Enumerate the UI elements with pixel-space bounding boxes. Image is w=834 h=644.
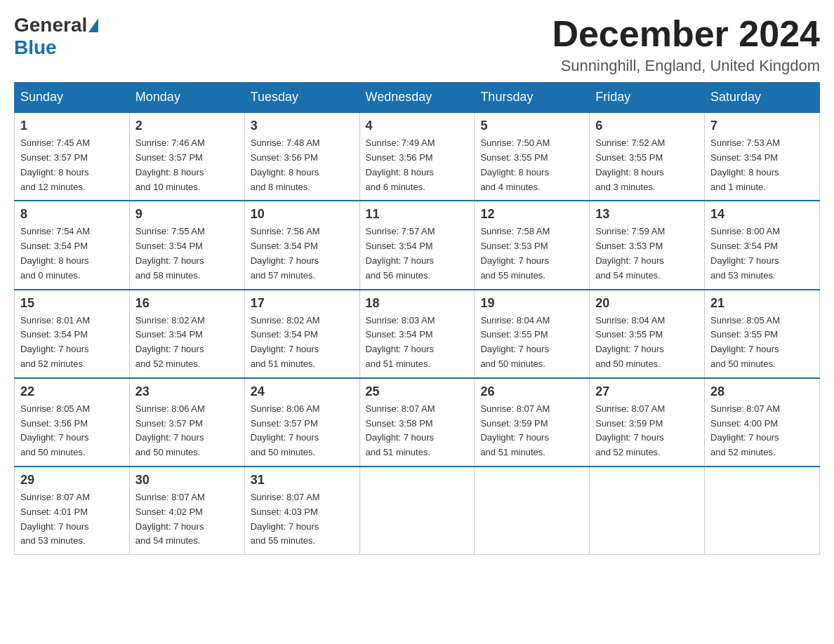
day-info: Sunrise: 8:00 AMSunset: 3:54 PMDaylight:… bbox=[710, 224, 814, 283]
day-info: Sunrise: 8:07 AMSunset: 3:59 PMDaylight:… bbox=[480, 402, 583, 460]
day-info: Sunrise: 7:53 AMSunset: 3:54 PMDaylight:… bbox=[710, 136, 814, 194]
day-info: Sunrise: 7:54 AMSunset: 3:54 PMDaylight:… bbox=[20, 224, 124, 283]
logo: General Blue bbox=[14, 14, 100, 59]
column-header-tuesday: Tuesday bbox=[244, 83, 359, 113]
calendar-week-4: 22Sunrise: 8:05 AMSunset: 3:56 PMDayligh… bbox=[15, 378, 820, 467]
day-number: 9 bbox=[135, 207, 239, 222]
title-block: December 2024 Sunninghill, England, Unit… bbox=[552, 14, 820, 75]
day-info: Sunrise: 8:05 AMSunset: 3:56 PMDaylight:… bbox=[20, 402, 124, 460]
calendar-cell: 22Sunrise: 8:05 AMSunset: 3:56 PMDayligh… bbox=[15, 378, 130, 467]
day-number: 12 bbox=[480, 207, 583, 222]
day-info: Sunrise: 8:04 AMSunset: 3:55 PMDaylight:… bbox=[595, 314, 699, 372]
day-number: 24 bbox=[251, 384, 354, 399]
column-header-wednesday: Wednesday bbox=[359, 83, 475, 113]
day-number: 14 bbox=[710, 207, 814, 222]
location: Sunninghill, England, United Kingdom bbox=[552, 57, 820, 75]
calendar-cell: 16Sunrise: 8:02 AMSunset: 3:54 PMDayligh… bbox=[129, 290, 244, 378]
day-info: Sunrise: 7:58 AMSunset: 3:53 PMDaylight:… bbox=[480, 224, 583, 283]
day-info: Sunrise: 8:03 AMSunset: 3:54 PMDaylight:… bbox=[366, 314, 469, 372]
day-info: Sunrise: 8:07 AMSunset: 3:58 PMDaylight:… bbox=[366, 402, 469, 460]
column-header-monday: Monday bbox=[129, 83, 244, 113]
day-info: Sunrise: 7:55 AMSunset: 3:54 PMDaylight:… bbox=[135, 224, 239, 283]
day-info: Sunrise: 8:07 AMSunset: 4:00 PMDaylight:… bbox=[710, 402, 814, 460]
day-info: Sunrise: 7:52 AMSunset: 3:55 PMDaylight:… bbox=[595, 136, 699, 194]
day-info: Sunrise: 8:02 AMSunset: 3:54 PMDaylight:… bbox=[135, 314, 239, 372]
day-number: 26 bbox=[480, 384, 583, 399]
day-info: Sunrise: 8:01 AMSunset: 3:54 PMDaylight:… bbox=[20, 314, 124, 372]
calendar-week-5: 29Sunrise: 8:07 AMSunset: 4:01 PMDayligh… bbox=[15, 467, 820, 555]
calendar-cell: 12Sunrise: 7:58 AMSunset: 3:53 PMDayligh… bbox=[475, 201, 590, 289]
day-info: Sunrise: 7:46 AMSunset: 3:57 PMDaylight:… bbox=[135, 136, 239, 194]
calendar-cell: 21Sunrise: 8:05 AMSunset: 3:55 PMDayligh… bbox=[705, 290, 820, 378]
calendar-cell: 26Sunrise: 8:07 AMSunset: 3:59 PMDayligh… bbox=[475, 378, 590, 467]
day-number: 30 bbox=[135, 473, 239, 488]
day-number: 19 bbox=[480, 296, 583, 311]
calendar-cell: 28Sunrise: 8:07 AMSunset: 4:00 PMDayligh… bbox=[705, 378, 820, 467]
day-info: Sunrise: 8:06 AMSunset: 3:57 PMDaylight:… bbox=[135, 402, 239, 460]
calendar-cell bbox=[359, 467, 475, 555]
calendar-cell: 8Sunrise: 7:54 AMSunset: 3:54 PMDaylight… bbox=[15, 201, 130, 289]
calendar-cell: 6Sunrise: 7:52 AMSunset: 3:55 PMDaylight… bbox=[590, 112, 705, 201]
day-number: 31 bbox=[251, 473, 354, 488]
calendar-cell: 1Sunrise: 7:45 AMSunset: 3:57 PMDaylight… bbox=[15, 112, 130, 201]
day-number: 6 bbox=[595, 119, 699, 133]
calendar-cell: 19Sunrise: 8:04 AMSunset: 3:55 PMDayligh… bbox=[475, 290, 590, 378]
calendar-cell: 27Sunrise: 8:07 AMSunset: 3:59 PMDayligh… bbox=[590, 378, 705, 467]
day-info: Sunrise: 8:05 AMSunset: 3:55 PMDaylight:… bbox=[710, 314, 814, 372]
calendar-week-2: 8Sunrise: 7:54 AMSunset: 3:54 PMDaylight… bbox=[15, 201, 820, 289]
day-info: Sunrise: 8:06 AMSunset: 3:57 PMDaylight:… bbox=[251, 402, 354, 460]
day-info: Sunrise: 7:49 AMSunset: 3:56 PMDaylight:… bbox=[366, 136, 469, 194]
day-number: 17 bbox=[251, 296, 354, 311]
calendar-table: SundayMondayTuesdayWednesdayThursdayFrid… bbox=[14, 82, 820, 555]
calendar-cell: 11Sunrise: 7:57 AMSunset: 3:54 PMDayligh… bbox=[359, 201, 475, 289]
calendar-cell: 2Sunrise: 7:46 AMSunset: 3:57 PMDaylight… bbox=[129, 112, 244, 201]
day-info: Sunrise: 7:45 AMSunset: 3:57 PMDaylight:… bbox=[20, 136, 124, 194]
day-number: 4 bbox=[366, 119, 469, 133]
column-header-sunday: Sunday bbox=[15, 83, 130, 113]
day-number: 2 bbox=[135, 119, 239, 133]
calendar-cell: 9Sunrise: 7:55 AMSunset: 3:54 PMDaylight… bbox=[129, 201, 244, 289]
day-number: 23 bbox=[135, 384, 239, 399]
day-number: 8 bbox=[20, 207, 124, 222]
calendar-cell: 4Sunrise: 7:49 AMSunset: 3:56 PMDaylight… bbox=[359, 112, 475, 201]
day-number: 13 bbox=[595, 207, 699, 222]
page-header: General Blue December 2024 Sunninghill, … bbox=[14, 14, 820, 75]
calendar-cell bbox=[590, 467, 705, 555]
calendar-cell: 5Sunrise: 7:50 AMSunset: 3:55 PMDaylight… bbox=[475, 112, 590, 201]
day-info: Sunrise: 8:07 AMSunset: 4:03 PMDaylight:… bbox=[251, 490, 354, 549]
day-number: 11 bbox=[366, 207, 469, 222]
day-number: 5 bbox=[480, 119, 583, 133]
day-info: Sunrise: 8:07 AMSunset: 3:59 PMDaylight:… bbox=[595, 402, 699, 460]
day-info: Sunrise: 7:57 AMSunset: 3:54 PMDaylight:… bbox=[366, 224, 469, 283]
column-header-saturday: Saturday bbox=[705, 83, 820, 113]
calendar-cell bbox=[475, 467, 590, 555]
logo-general: General bbox=[14, 14, 87, 36]
day-number: 3 bbox=[251, 119, 354, 133]
day-number: 27 bbox=[595, 384, 699, 399]
calendar-cell: 13Sunrise: 7:59 AMSunset: 3:53 PMDayligh… bbox=[590, 201, 705, 289]
calendar-cell bbox=[705, 467, 820, 555]
calendar-cell: 30Sunrise: 8:07 AMSunset: 4:02 PMDayligh… bbox=[129, 467, 244, 555]
day-number: 18 bbox=[366, 296, 469, 311]
calendar-cell: 31Sunrise: 8:07 AMSunset: 4:03 PMDayligh… bbox=[244, 467, 359, 555]
day-number: 1 bbox=[20, 119, 124, 133]
calendar-cell: 18Sunrise: 8:03 AMSunset: 3:54 PMDayligh… bbox=[359, 290, 475, 378]
day-number: 22 bbox=[20, 384, 124, 399]
day-info: Sunrise: 7:48 AMSunset: 3:56 PMDaylight:… bbox=[251, 136, 354, 194]
day-info: Sunrise: 7:59 AMSunset: 3:53 PMDaylight:… bbox=[595, 224, 699, 283]
day-number: 10 bbox=[251, 207, 354, 222]
calendar-cell: 7Sunrise: 7:53 AMSunset: 3:54 PMDaylight… bbox=[705, 112, 820, 201]
calendar-cell: 29Sunrise: 8:07 AMSunset: 4:01 PMDayligh… bbox=[15, 467, 130, 555]
calendar-cell: 20Sunrise: 8:04 AMSunset: 3:55 PMDayligh… bbox=[590, 290, 705, 378]
day-number: 28 bbox=[710, 384, 814, 399]
calendar-cell: 3Sunrise: 7:48 AMSunset: 3:56 PMDaylight… bbox=[244, 112, 359, 201]
day-info: Sunrise: 7:50 AMSunset: 3:55 PMDaylight:… bbox=[480, 136, 583, 194]
calendar-cell: 24Sunrise: 8:06 AMSunset: 3:57 PMDayligh… bbox=[244, 378, 359, 467]
calendar-cell: 25Sunrise: 8:07 AMSunset: 3:58 PMDayligh… bbox=[359, 378, 475, 467]
calendar-week-1: 1Sunrise: 7:45 AMSunset: 3:57 PMDaylight… bbox=[15, 112, 820, 201]
column-header-friday: Friday bbox=[590, 83, 705, 113]
calendar-week-3: 15Sunrise: 8:01 AMSunset: 3:54 PMDayligh… bbox=[15, 290, 820, 378]
day-number: 21 bbox=[710, 296, 814, 311]
month-title: December 2024 bbox=[552, 14, 820, 54]
day-info: Sunrise: 8:07 AMSunset: 4:01 PMDaylight:… bbox=[20, 490, 124, 549]
